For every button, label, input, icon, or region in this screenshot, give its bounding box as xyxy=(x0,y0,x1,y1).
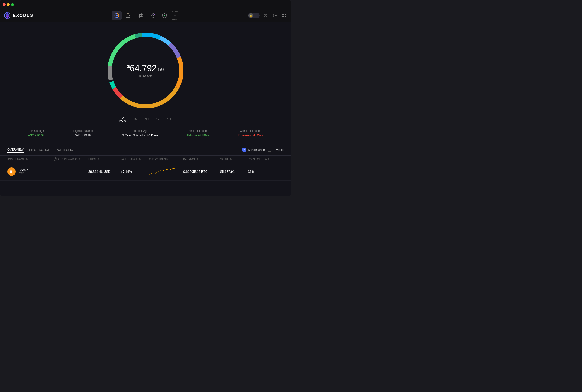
svg-text:₿: ₿ xyxy=(10,170,12,174)
svg-rect-18 xyxy=(284,16,286,17)
svg-point-14 xyxy=(274,15,276,16)
timeline-all[interactable]: ALL xyxy=(167,118,172,121)
settings-icon xyxy=(273,14,277,18)
lock-toggle[interactable]: 🔒 xyxy=(248,13,260,18)
timeline-1y[interactable]: 1Y xyxy=(156,118,160,121)
history-icon xyxy=(264,14,268,18)
portfolio-icon xyxy=(114,13,119,18)
stat-highest-balance: Highest Balance $47,839.82 xyxy=(73,129,94,137)
nav-tab-apps[interactable] xyxy=(148,11,158,20)
col-header-change[interactable]: 24H CHANGE ⇅ xyxy=(121,158,148,161)
sort-icon-price: ⇅ xyxy=(98,158,100,160)
filter-favorite[interactable]: Favorite xyxy=(268,148,284,152)
tab-portfolio[interactable]: PORTFOLIO xyxy=(56,147,73,152)
nav-add-button[interactable]: + xyxy=(171,11,179,20)
nav-tab-shield[interactable] xyxy=(160,11,169,20)
svg-rect-7 xyxy=(128,15,130,16)
balance-cell: 0.60205315 BTC xyxy=(183,170,220,174)
portfolio-amount: $64,792.59 xyxy=(127,63,164,73)
sort-icon-value: ⇅ xyxy=(230,158,232,160)
wallet-icon xyxy=(126,13,130,18)
grid-button[interactable] xyxy=(281,12,287,19)
nav-tab-exchange[interactable] xyxy=(136,11,146,20)
svg-point-9 xyxy=(153,15,154,16)
stat-best-asset: Best 24H Asset Bitcoin +2.89% xyxy=(187,129,209,137)
tab-price-action[interactable]: PRICE ACTION xyxy=(29,147,50,152)
history-button[interactable] xyxy=(262,12,269,19)
apy-cell: — xyxy=(54,170,88,174)
btc-symbol: ₿ xyxy=(9,169,14,174)
nav-tabs: + xyxy=(112,11,179,20)
timeline: NOW 1M 6M 1Y ALL xyxy=(119,117,172,122)
col-header-apy[interactable]: ? APY REWARDS ⇅ xyxy=(54,158,88,161)
timeline-now[interactable]: NOW xyxy=(119,117,126,122)
nav-separator-1 xyxy=(134,12,134,19)
nav-tab-portfolio[interactable] xyxy=(112,11,122,20)
stats-row: 24h Change +$2,930.03 Highest Balance $4… xyxy=(0,125,291,142)
timeline-dot xyxy=(122,117,124,119)
trend-cell xyxy=(148,166,183,177)
asset-name-cell: ₿ Bitcoin BTC xyxy=(8,168,54,176)
svg-rect-15 xyxy=(282,14,284,15)
table-row[interactable]: ₿ Bitcoin BTC — $9,364.48 USD +7.14% 0.6… xyxy=(0,163,291,180)
sort-icon-apy: ⇅ xyxy=(79,158,81,160)
sort-icon-change: ⇅ xyxy=(139,158,141,160)
col-header-trend: 30 DAY TREND xyxy=(148,158,183,161)
nav-right-controls: 🔒 xyxy=(248,12,287,19)
with-balance-checkbox[interactable]: ✓ xyxy=(242,148,246,152)
asset-count: 10 Assets xyxy=(127,74,164,78)
portfolio-section: $64,792.59 10 Assets NOW 1M 6M 1Y ALL xyxy=(0,22,291,144)
stat-worst-asset: Worst 24H Asset Ethereum -1,25% xyxy=(238,129,263,137)
bitcoin-icon: ₿ xyxy=(8,168,16,176)
currency-symbol: $ xyxy=(127,64,130,69)
col-header-name[interactable]: ASSET NAME ⇅ xyxy=(8,158,54,161)
svg-rect-17 xyxy=(282,16,284,17)
price-cell: $9,364.48 USD xyxy=(88,170,121,174)
asset-info: Bitcoin BTC xyxy=(18,168,28,175)
change-cell: +7.14% xyxy=(121,170,148,174)
minimize-button[interactable] xyxy=(7,3,10,6)
exchange-icon xyxy=(138,13,143,18)
logo: EXODUS xyxy=(4,12,33,19)
maximize-button[interactable] xyxy=(11,3,14,6)
shield-icon xyxy=(162,13,167,18)
portfolio-value-display: $64,792.59 10 Assets xyxy=(127,63,164,78)
stat-portfolio-age: Portfolio Age 2 Year, 3 Month, 30 Days xyxy=(122,129,158,137)
col-header-portfolio[interactable]: PORTFOLIO % ⇅ xyxy=(248,158,271,161)
svg-point-10 xyxy=(152,14,153,15)
value-cell: $5,637.91 xyxy=(220,170,248,174)
settings-button[interactable] xyxy=(272,12,278,19)
tab-filters: ✓ With balance Favorite xyxy=(242,148,284,152)
portfolio-cell: 33% xyxy=(248,170,271,174)
svg-point-11 xyxy=(154,14,155,15)
filter-with-balance[interactable]: ✓ With balance xyxy=(242,148,265,152)
donut-chart: $64,792.59 10 Assets xyxy=(102,26,190,114)
col-header-value[interactable]: VALUE ⇅ xyxy=(220,158,248,161)
asset-tabs: OVERVIEW PRICE ACTION PORTFOLIO ✓ With b… xyxy=(0,144,291,156)
table-header: ASSET NAME ⇅ ? APY REWARDS ⇅ PRICE ⇅ 24H… xyxy=(0,156,291,163)
col-header-price[interactable]: PRICE ⇅ xyxy=(88,158,121,161)
sort-icon-name: ⇅ xyxy=(26,158,28,160)
favorite-checkbox[interactable] xyxy=(268,148,271,152)
col-header-balance[interactable]: BALANCE ⇅ xyxy=(183,158,220,161)
tab-overview[interactable]: OVERVIEW xyxy=(8,147,24,153)
timeline-1m[interactable]: 1M xyxy=(134,118,138,121)
exodus-logo-icon xyxy=(4,12,11,19)
timeline-6m[interactable]: 6M xyxy=(145,118,149,121)
apps-icon xyxy=(151,13,156,18)
nav-tab-wallet[interactable] xyxy=(123,11,133,20)
titlebar xyxy=(0,0,291,9)
top-navigation: EXODUS xyxy=(0,9,291,22)
question-icon: ? xyxy=(54,158,57,161)
logo-text: EXODUS xyxy=(13,13,33,18)
svg-point-5 xyxy=(116,15,118,16)
sort-icon-portfolio: ⇅ xyxy=(268,158,270,160)
svg-rect-16 xyxy=(284,14,286,15)
stat-24h-change: 24h Change +$2,930.03 xyxy=(28,129,44,137)
main-content: $64,792.59 10 Assets NOW 1M 6M 1Y ALL xyxy=(0,22,291,196)
lock-icon: 🔒 xyxy=(248,13,253,18)
close-button[interactable] xyxy=(3,3,6,6)
grid-icon xyxy=(282,14,286,18)
sort-icon-balance: ⇅ xyxy=(197,158,199,160)
sparkline-chart xyxy=(148,166,176,176)
